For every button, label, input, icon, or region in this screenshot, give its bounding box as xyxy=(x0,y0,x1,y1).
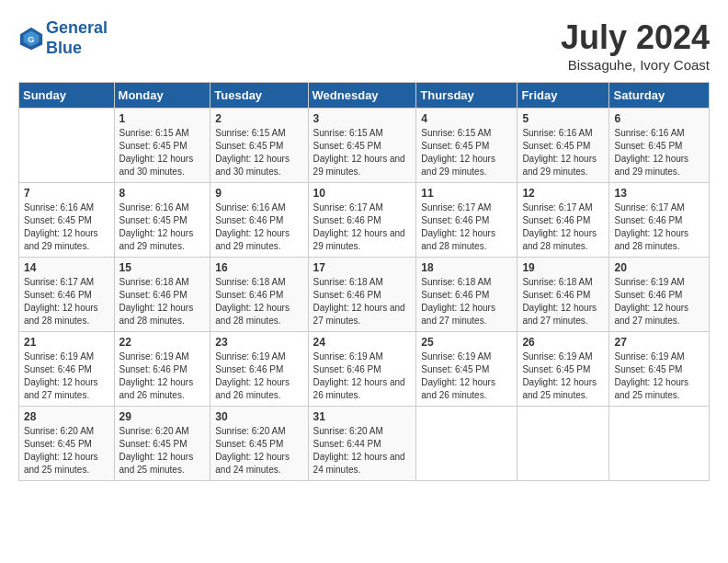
daylight-text: Daylight: 12 hours and 29 minutes. xyxy=(215,227,302,253)
sunrise-text: Sunrise: 6:20 AM xyxy=(215,425,302,438)
day-content: Sunrise: 6:19 AMSunset: 6:46 PMDaylight:… xyxy=(614,276,704,327)
calendar-cell xyxy=(416,407,518,481)
calendar-week-row: 14Sunrise: 6:17 AMSunset: 6:46 PMDayligh… xyxy=(19,258,710,332)
calendar-cell: 27Sunrise: 6:19 AMSunset: 6:45 PMDayligh… xyxy=(609,332,710,407)
sunset-text: Sunset: 6:46 PM xyxy=(614,289,704,302)
weekday-header-thursday: Thursday xyxy=(416,83,518,109)
day-content: Sunrise: 6:16 AMSunset: 6:45 PMDaylight:… xyxy=(614,127,704,178)
daylight-text: Daylight: 12 hours and 27 minutes. xyxy=(421,302,512,327)
calendar-cell: 4Sunrise: 6:15 AMSunset: 6:45 PMDaylight… xyxy=(416,109,518,183)
weekday-header-monday: Monday xyxy=(114,83,210,109)
day-content: Sunrise: 6:17 AMSunset: 6:46 PMDaylight:… xyxy=(614,201,704,253)
sunrise-text: Sunrise: 6:17 AM xyxy=(24,276,109,289)
sunrise-text: Sunrise: 6:19 AM xyxy=(119,350,206,363)
daylight-text: Daylight: 12 hours and 25 minutes. xyxy=(119,451,206,477)
sunset-text: Sunset: 6:45 PM xyxy=(119,438,206,451)
daylight-text: Daylight: 12 hours and 24 minutes. xyxy=(215,451,302,477)
sunset-text: Sunset: 6:46 PM xyxy=(421,289,512,302)
day-content: Sunrise: 6:15 AMSunset: 6:45 PMDaylight:… xyxy=(421,127,512,178)
day-number: 28 xyxy=(24,410,109,423)
daylight-text: Daylight: 12 hours and 27 minutes. xyxy=(522,302,604,327)
day-number: 31 xyxy=(313,410,412,423)
day-content: Sunrise: 6:20 AMSunset: 6:44 PMDaylight:… xyxy=(313,425,412,477)
daylight-text: Daylight: 12 hours and 26 minutes. xyxy=(313,376,412,402)
day-number: 21 xyxy=(24,336,109,349)
logo-line1: General xyxy=(46,18,108,37)
logo-line2: Blue xyxy=(46,39,82,57)
sunrise-text: Sunrise: 6:19 AM xyxy=(614,276,704,289)
daylight-text: Daylight: 12 hours and 28 minutes. xyxy=(522,227,604,253)
sunset-text: Sunset: 6:46 PM xyxy=(215,289,302,302)
sunrise-text: Sunrise: 6:16 AM xyxy=(522,127,604,140)
day-number: 22 xyxy=(119,336,206,349)
daylight-text: Daylight: 12 hours and 30 minutes. xyxy=(215,153,302,178)
sunset-text: Sunset: 6:45 PM xyxy=(215,140,302,153)
sunset-text: Sunset: 6:45 PM xyxy=(119,140,206,153)
sunrise-text: Sunrise: 6:20 AM xyxy=(24,425,109,438)
daylight-text: Daylight: 12 hours and 28 minutes. xyxy=(421,227,512,253)
calendar-cell: 31Sunrise: 6:20 AMSunset: 6:44 PMDayligh… xyxy=(308,407,416,481)
sunset-text: Sunset: 6:45 PM xyxy=(614,363,704,376)
calendar-cell: 19Sunrise: 6:18 AMSunset: 6:46 PMDayligh… xyxy=(518,258,609,332)
day-number: 2 xyxy=(215,112,302,125)
sunset-text: Sunset: 6:46 PM xyxy=(522,214,604,227)
day-content: Sunrise: 6:15 AMSunset: 6:45 PMDaylight:… xyxy=(313,127,412,178)
daylight-text: Daylight: 12 hours and 27 minutes. xyxy=(614,302,704,327)
day-content: Sunrise: 6:18 AMSunset: 6:46 PMDaylight:… xyxy=(119,276,206,327)
day-content: Sunrise: 6:20 AMSunset: 6:45 PMDaylight:… xyxy=(119,425,206,477)
day-number: 18 xyxy=(421,261,512,274)
sunrise-text: Sunrise: 6:20 AM xyxy=(119,425,206,438)
daylight-text: Daylight: 12 hours and 25 minutes. xyxy=(614,376,704,402)
sunrise-text: Sunrise: 6:15 AM xyxy=(119,127,206,140)
calendar-cell: 18Sunrise: 6:18 AMSunset: 6:46 PMDayligh… xyxy=(416,258,518,332)
page-header: G General Blue July 2024 Bissaguhe, Ivor… xyxy=(18,18,710,73)
calendar-cell: 28Sunrise: 6:20 AMSunset: 6:45 PMDayligh… xyxy=(19,407,115,481)
sunrise-text: Sunrise: 6:17 AM xyxy=(421,201,512,214)
day-content: Sunrise: 6:18 AMSunset: 6:46 PMDaylight:… xyxy=(215,276,302,327)
sunrise-text: Sunrise: 6:17 AM xyxy=(614,201,704,214)
day-content: Sunrise: 6:17 AMSunset: 6:46 PMDaylight:… xyxy=(522,201,604,253)
calendar-cell: 5Sunrise: 6:16 AMSunset: 6:45 PMDaylight… xyxy=(518,109,609,183)
day-number: 8 xyxy=(119,187,206,200)
day-number: 14 xyxy=(24,261,109,274)
sunrise-text: Sunrise: 6:16 AM xyxy=(614,127,704,140)
calendar-week-row: 28Sunrise: 6:20 AMSunset: 6:45 PMDayligh… xyxy=(19,407,710,481)
calendar-cell: 10Sunrise: 6:17 AMSunset: 6:46 PMDayligh… xyxy=(308,183,416,258)
location-title: Bissaguhe, Ivory Coast xyxy=(561,57,710,73)
title-block: July 2024 Bissaguhe, Ivory Coast xyxy=(561,18,710,73)
day-number: 19 xyxy=(522,261,604,274)
sunrise-text: Sunrise: 6:18 AM xyxy=(313,276,412,289)
daylight-text: Daylight: 12 hours and 29 minutes. xyxy=(24,227,109,253)
day-number: 10 xyxy=(313,187,412,200)
sunset-text: Sunset: 6:46 PM xyxy=(313,289,412,302)
sunrise-text: Sunrise: 6:17 AM xyxy=(313,201,412,214)
weekday-header-wednesday: Wednesday xyxy=(308,83,416,109)
calendar-cell: 17Sunrise: 6:18 AMSunset: 6:46 PMDayligh… xyxy=(308,258,416,332)
sunset-text: Sunset: 6:45 PM xyxy=(313,140,412,153)
sunset-text: Sunset: 6:45 PM xyxy=(421,363,512,376)
day-number: 30 xyxy=(215,410,302,423)
calendar-cell: 16Sunrise: 6:18 AMSunset: 6:46 PMDayligh… xyxy=(210,258,308,332)
daylight-text: Daylight: 12 hours and 27 minutes. xyxy=(24,376,109,402)
calendar-cell: 21Sunrise: 6:19 AMSunset: 6:46 PMDayligh… xyxy=(19,332,115,407)
daylight-text: Daylight: 12 hours and 26 minutes. xyxy=(119,376,206,402)
sunset-text: Sunset: 6:45 PM xyxy=(119,214,206,227)
day-number: 1 xyxy=(119,112,206,125)
calendar-cell: 7Sunrise: 6:16 AMSunset: 6:45 PMDaylight… xyxy=(19,183,115,258)
calendar-cell: 26Sunrise: 6:19 AMSunset: 6:45 PMDayligh… xyxy=(518,332,609,407)
day-content: Sunrise: 6:20 AMSunset: 6:45 PMDaylight:… xyxy=(215,425,302,477)
day-number: 16 xyxy=(215,261,302,274)
daylight-text: Daylight: 12 hours and 29 minutes. xyxy=(614,153,704,178)
day-content: Sunrise: 6:16 AMSunset: 6:45 PMDaylight:… xyxy=(522,127,604,178)
sunrise-text: Sunrise: 6:15 AM xyxy=(421,127,512,140)
calendar-week-row: 1Sunrise: 6:15 AMSunset: 6:45 PMDaylight… xyxy=(19,109,710,183)
day-number: 26 xyxy=(522,336,604,349)
sunrise-text: Sunrise: 6:15 AM xyxy=(313,127,412,140)
day-content: Sunrise: 6:19 AMSunset: 6:45 PMDaylight:… xyxy=(421,350,512,402)
sunrise-text: Sunrise: 6:16 AM xyxy=(215,201,302,214)
daylight-text: Daylight: 12 hours and 26 minutes. xyxy=(215,376,302,402)
day-content: Sunrise: 6:19 AMSunset: 6:46 PMDaylight:… xyxy=(313,350,412,402)
sunrise-text: Sunrise: 6:18 AM xyxy=(215,276,302,289)
day-content: Sunrise: 6:18 AMSunset: 6:46 PMDaylight:… xyxy=(313,276,412,327)
day-number: 5 xyxy=(522,112,604,125)
